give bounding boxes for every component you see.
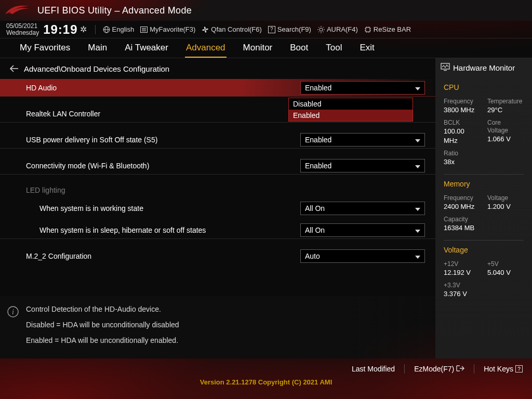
hw-v5: 5.040 V [487, 268, 522, 277]
question-icon: ? [268, 26, 275, 33]
svg-line-13 [323, 31, 324, 32]
breadcrumb: Advanced\Onboard Devices Configuration [0, 58, 435, 79]
tab-tool[interactable]: Tool [325, 39, 343, 58]
globe-icon [103, 26, 110, 33]
tab-ai-tweaker[interactable]: Ai Tweaker [124, 39, 169, 58]
led-sleep-select[interactable]: All On [300, 223, 425, 237]
m22-select[interactable]: Auto [300, 249, 425, 263]
connectivity-label: Connectivity mode (Wi-Fi & Bluetooth) [26, 162, 300, 170]
hw-cpu-ratio: 38x [444, 157, 522, 167]
hw-v33: 3.376 V [444, 289, 522, 299]
hw-mem-freq: 2400 MHz [444, 202, 478, 211]
gear-icon[interactable]: ✲ [80, 24, 87, 34]
qfan-button[interactable]: Qfan Control(F6) [202, 25, 262, 33]
monitor-icon [441, 63, 450, 73]
tab-boot[interactable]: Boot [289, 39, 309, 58]
help-line-2: Disabled = HDA will be unconditionally d… [26, 321, 425, 329]
svg-rect-27 [441, 63, 449, 69]
separator [404, 364, 405, 374]
connectivity-select[interactable]: Enabled [300, 159, 425, 172]
info-icon: i [7, 306, 19, 319]
usb-s5-select[interactable]: Enabled [300, 133, 425, 147]
usb-s5-label: USB power delivery in Soft Off state (S5… [26, 136, 300, 144]
language-label: English [112, 25, 135, 33]
row-led-sleep[interactable]: When system is in sleep, hibernate or so… [0, 221, 435, 239]
option-disabled[interactable]: Disabled [289, 98, 413, 110]
led-working-value: All On [305, 204, 325, 212]
search-button[interactable]: ? Search(F9) [268, 25, 311, 33]
chip-icon [364, 26, 371, 33]
hotkeys-button[interactable]: Hot Keys ? [484, 365, 523, 373]
hd-audio-select[interactable]: Enabled [300, 81, 425, 95]
row-hd-audio[interactable]: HD Audio Enabled [0, 79, 435, 97]
led-working-select[interactable]: All On [300, 202, 425, 215]
separator [474, 364, 474, 374]
chevron-down-icon [415, 252, 420, 260]
hw-volt-title: Voltage [444, 241, 524, 258]
settings-panel: HD Audio Enabled Disabled Enabled Realte… [0, 79, 435, 296]
svg-rect-16 [366, 28, 370, 32]
hw-mem-cap: 16384 MB [444, 223, 522, 233]
hw-mem-cap-lbl: Capacity [444, 216, 522, 223]
version-text: Version 2.21.1278 Copyright (C) 2021 AMI [0, 378, 532, 389]
m22-label: M.2_2 Configuration [26, 252, 300, 260]
language-button[interactable]: English [103, 25, 135, 33]
hw-cpu-title: CPU [444, 78, 524, 96]
chevron-down-icon [415, 162, 420, 170]
clock: 19:19 [43, 22, 77, 37]
tab-exit[interactable]: Exit [358, 39, 375, 58]
list-icon [140, 26, 148, 33]
date-text: 05/05/2021 [6, 23, 39, 30]
row-connectivity[interactable]: Connectivity mode (Wi-Fi & Bluetooth) En… [0, 157, 435, 175]
title-bar: UEFI BIOS Utility – Advanced Mode [0, 0, 532, 21]
svg-line-15 [323, 27, 324, 28]
help-line-1: Control Detection of the HD-Audio device… [26, 305, 425, 313]
svg-point-7 [320, 28, 323, 31]
rog-logo-icon [3, 3, 34, 18]
ezmode-label: EzMode(F7) [414, 365, 454, 373]
search-label: Search(F9) [277, 25, 311, 33]
hw-cpu-bclk-lbl: BCLK [444, 119, 478, 127]
quick-bar: 05/05/2021 Wednesday 19:19 ✲ English MyF… [0, 21, 532, 38]
led-working-label: When system is in working state [39, 204, 300, 212]
resizebar-button[interactable]: ReSize BAR [364, 25, 411, 33]
footer-bar: Last Modified EzMode(F7) Hot Keys ? [0, 358, 532, 379]
hw-mem-title: Memory [444, 175, 524, 192]
tab-advanced[interactable]: Advanced [185, 39, 227, 58]
hw-cpu-temp: 29°C [487, 105, 522, 115]
row-usb-s5[interactable]: USB power delivery in Soft Off state (S5… [0, 131, 435, 149]
hw-v12-lbl: +12V [444, 260, 478, 268]
aura-button[interactable]: AURA(F4) [317, 25, 358, 33]
hw-mem-freq-lbl: Frequency [444, 194, 478, 202]
svg-line-14 [318, 31, 320, 32]
hw-cpu-temp-lbl: Temperature [487, 98, 522, 105]
hw-cpu-bclk: 100.00 MHz [444, 127, 478, 145]
question-box-icon: ? [515, 365, 523, 373]
option-enabled[interactable]: Enabled [289, 110, 413, 121]
hd-audio-dropdown[interactable]: Disabled Enabled [288, 98, 413, 122]
aura-label: AURA(F4) [327, 25, 358, 33]
fan-icon [202, 26, 209, 33]
tab-my-favorites[interactable]: My Favorites [19, 39, 71, 58]
help-line-3: Enabled = HDA will be unconditionally en… [26, 336, 425, 344]
help-panel: i Control Detection of the HD-Audio devi… [0, 296, 435, 358]
myfavorite-button[interactable]: MyFavorite(F3) [140, 25, 195, 33]
main-tabs: My Favorites Main Ai Tweaker Advanced Mo… [0, 38, 532, 58]
tab-main[interactable]: Main [87, 39, 108, 58]
hw-cpu-freq: 3800 MHz [444, 105, 478, 115]
connectivity-value: Enabled [305, 162, 331, 170]
tab-monitor[interactable]: Monitor [242, 39, 274, 58]
row-led-working[interactable]: When system is in working state All On [0, 200, 435, 217]
resizebar-label: ReSize BAR [374, 25, 411, 33]
hd-audio-value: Enabled [305, 84, 331, 92]
chevron-down-icon [415, 84, 420, 92]
hw-v5-lbl: +5V [487, 260, 522, 268]
sun-icon [317, 26, 325, 33]
ezmode-button[interactable]: EzMode(F7) [414, 365, 464, 374]
last-modified-button[interactable]: Last Modified [352, 365, 395, 373]
hw-cpu-freq-lbl: Frequency [444, 98, 478, 105]
chevron-down-icon [415, 136, 420, 144]
row-m22[interactable]: M.2_2 Configuration Auto [0, 247, 435, 265]
back-arrow-icon[interactable] [9, 65, 19, 72]
led-sleep-label: When system is in sleep, hibernate or so… [39, 226, 300, 234]
